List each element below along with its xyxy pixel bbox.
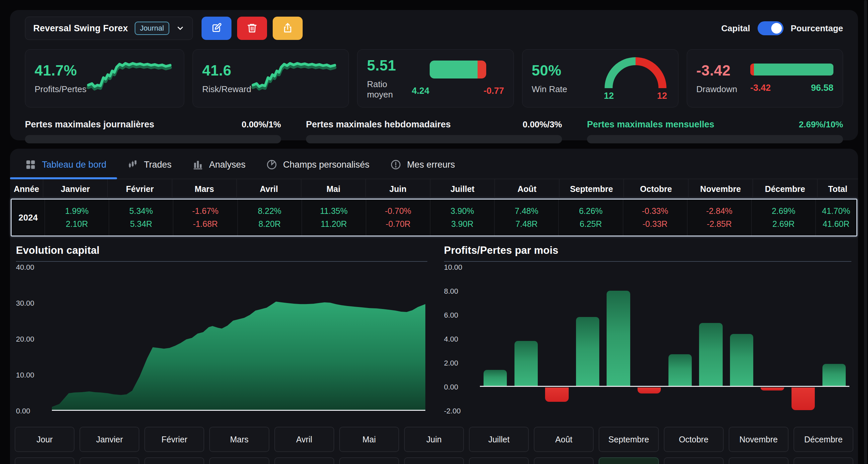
period-button-septembre[interactable]: Septembre [599,457,658,464]
edit-journal-button[interactable] [202,17,231,40]
period-button-novembre[interactable]: Novembre [728,457,788,464]
y-axis-tick: 20.00 [16,335,43,344]
period-button-juillet[interactable]: Juillet [469,457,529,464]
period-button-aout[interactable]: Août [534,457,594,464]
share-export-icon [282,23,293,34]
period-buttons-row-2: JourJanvierFévrierMarsAvrilMaiJuinJuille… [14,457,854,464]
win-rate-card: 50% Win Rate 12 12 [522,49,678,107]
period-button-juillet[interactable]: Juillet [469,427,529,452]
y-axis-tick: 4.00 [444,335,471,344]
period-buttons-row: JourJanvierFévrierMarsAvrilMaiJuinJuille… [14,427,854,452]
tab-bar: Tableau de bordTradesAnalysesChamps pers… [10,149,858,179]
toolbar: Reversal Swing Forex Journal Capital Pou… [25,17,843,40]
month-result-cell-fevrier: 5.34%5.34R [109,199,173,236]
period-button-aout[interactable]: Août [534,427,594,452]
ratio-bar-track [430,61,486,79]
column-header-annee: Année [10,179,43,198]
drawdown-label: Drawdown [696,84,737,94]
zero-axis-line [480,386,849,387]
export-journal-button[interactable] [273,17,303,40]
month-result-cell-septembre: 6.26%6.25R [559,199,623,236]
loss-limits-row: Pertes maximales journalières 0.00%/1% P… [25,119,843,143]
period-button-octobre[interactable]: Octobre [664,457,724,464]
daily-loss-limit: Pertes maximales journalières 0.00%/1% [25,119,281,143]
avg-loss-value: -0.77 [484,86,504,96]
bar-decembre [823,364,846,386]
column-header-juillet: Juillet [430,179,495,198]
percent-value: -0.70% [385,206,411,216]
drawdown-split-bar: -3.42 96.58 [750,64,833,93]
month-result-cell-juin: -0.70%-0.70R [366,199,430,236]
month-result-cell-janvier: 1.99%2.10R [45,199,109,236]
period-button-avril[interactable]: Avril [274,457,334,464]
period-button-decembre[interactable]: Décembre [794,457,854,464]
r-multiple-value: -2.85R [707,219,732,229]
column-header-avril: Avril [237,179,301,198]
area-plot-region [52,267,425,410]
column-header-novembre: Novembre [688,179,753,198]
evolution-capital-plot: 40.0030.0020.0010.000.00 [16,262,427,418]
period-button-mai[interactable]: Mai [339,427,399,452]
period-button-novembre[interactable]: Novembre [728,427,788,452]
column-header-aout: Août [495,179,559,198]
period-button-janvier[interactable]: Janvier [80,457,140,464]
percent-value: 11.35% [320,206,347,216]
journal-type-badge: Journal [135,22,169,35]
daily-loss-label: Pertes maximales journalières [25,119,154,130]
journal-selector[interactable]: Reversal Swing Forex Journal [25,17,193,40]
edit-icon [211,23,222,34]
tab-champs-personalises[interactable]: Champs personalisés [266,159,370,170]
bar-juillet [669,354,692,386]
period-button-septembre[interactable]: Septembre [599,427,658,452]
year-cell: 2024 [12,199,45,236]
period-button-fevrier[interactable]: Février [144,427,204,452]
period-button-juin[interactable]: Juin [404,457,464,464]
month-result-cell-novembre: -2.84%-2.85R [687,199,752,236]
win-rate-label: Win Rate [532,84,567,94]
percentage-label: Pourcentage [791,23,843,34]
tab-tableau-de-bord[interactable]: Tableau de bord [25,159,106,170]
period-button-decembre[interactable]: Décembre [794,427,854,452]
y-axis-tick: 8.00 [444,287,471,296]
period-button-octobre[interactable]: Octobre [664,427,724,452]
zero-baseline [52,410,425,411]
risk-reward-sparkline-chart [251,56,339,101]
year-value: 2024 [19,213,38,223]
y-axis-tick: 10.00 [444,263,471,272]
r-multiple-value: 2.10R [66,219,88,229]
column-header-juin: Juin [366,179,430,198]
period-button-fevrier[interactable]: Février [144,457,204,464]
ratio-moyen-card: 5.51 Ratio moyen 4.24 -0.77 [357,49,514,107]
profits-sparkline-chart [87,56,175,101]
profits-pertes-value: 41.7% [35,62,87,79]
y-axis-tick: 40.00 [16,263,43,272]
tab-mes-erreurs[interactable]: Mes erreurs [390,159,455,170]
ratio-bar-green [430,61,478,79]
tab-trades[interactable]: Trades [127,159,172,170]
period-button-avril[interactable]: Avril [274,427,334,452]
period-button-janvier[interactable]: Janvier [80,427,140,452]
period-button-mars[interactable]: Mars [209,457,269,464]
gauge-arc [604,56,667,90]
period-button-jour[interactable]: Jour [14,427,74,452]
percent-value: 6.26% [579,206,602,216]
drawdown-bar-green [754,64,833,75]
tab-analyses[interactable]: Analyses [192,159,246,170]
period-button-mai[interactable]: Mai [339,457,399,464]
wins-count: 12 [604,91,614,101]
period-button-juin[interactable]: Juin [404,427,464,452]
percent-value: -1.67% [192,206,218,216]
y-axis-tick: 6.00 [444,311,471,320]
capital-percentage-toggle[interactable] [757,21,783,35]
monthly-loss-value: 2.69%/10% [799,119,843,130]
alert-circle-icon [390,159,401,170]
page-scrollbar[interactable] [864,0,867,464]
table-row-selected[interactable]: 20241.99%2.10R5.34%5.34R-1.67%-1.68R8.22… [11,198,857,237]
period-button-jour[interactable]: Jour [14,457,74,464]
delete-journal-button[interactable] [237,17,267,40]
toggle-knob [771,23,782,34]
dashboard-panel: Tableau de bordTradesAnalysesChamps pers… [10,149,858,464]
percent-value: 8.22% [258,206,281,216]
period-button-mars[interactable]: Mars [209,427,269,452]
profits-pertes-card: 41.7% Profits/Pertes [25,49,184,107]
